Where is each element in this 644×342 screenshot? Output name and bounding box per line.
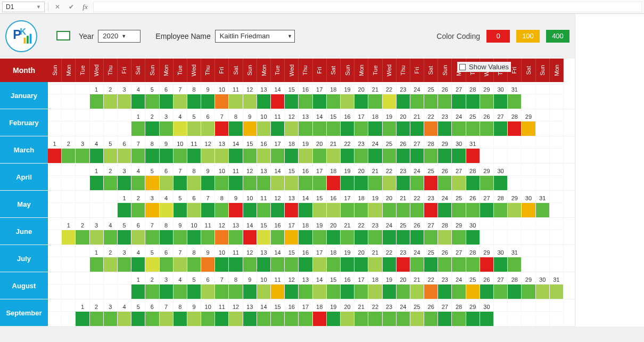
day-cell[interactable]: 19 xyxy=(368,191,382,217)
day-cell[interactable]: 10 xyxy=(257,272,271,299)
day-cell[interactable]: 31 xyxy=(536,191,550,217)
day-cell[interactable]: 24 xyxy=(410,245,424,272)
day-cell[interactable]: 14 xyxy=(271,245,285,272)
day-cell[interactable]: 12 xyxy=(215,218,229,245)
cancel-icon[interactable]: ✕ xyxy=(52,2,63,12)
day-cell[interactable]: 29 xyxy=(522,272,535,299)
day-cell[interactable]: 10 xyxy=(215,245,229,272)
day-cell[interactable]: 25 xyxy=(452,191,466,217)
day-cell[interactable]: 10 xyxy=(215,164,229,190)
day-cell[interactable]: 29 xyxy=(438,136,452,163)
day-cell[interactable]: 22 xyxy=(368,299,382,326)
day-cell[interactable]: 13 xyxy=(257,245,271,272)
day-cell[interactable]: 13 xyxy=(285,191,299,217)
day-cell[interactable]: 24 xyxy=(438,191,452,217)
day-cell[interactable] xyxy=(76,272,89,299)
day-cell[interactable] xyxy=(104,272,118,299)
day-cell[interactable]: 4 xyxy=(160,191,174,217)
day-cell[interactable]: 21 xyxy=(341,218,354,245)
day-cell[interactable]: 20 xyxy=(354,245,368,272)
day-cell[interactable]: 10 xyxy=(243,191,257,217)
day-cell[interactable] xyxy=(494,218,508,245)
day-cell[interactable]: 7 xyxy=(145,218,159,245)
day-cell[interactable]: 22 xyxy=(424,272,438,299)
day-cell[interactable] xyxy=(550,218,564,245)
day-cell[interactable] xyxy=(90,191,104,217)
day-cell[interactable] xyxy=(62,245,76,272)
day-cell[interactable]: 15 xyxy=(285,245,299,272)
day-cell[interactable] xyxy=(480,136,494,163)
day-cell[interactable] xyxy=(550,191,564,217)
day-cell[interactable]: 22 xyxy=(383,164,397,190)
day-cell[interactable] xyxy=(508,218,522,245)
day-cell[interactable]: 16 xyxy=(299,82,312,109)
day-cell[interactable]: 8 xyxy=(187,82,201,109)
day-cell[interactable] xyxy=(550,109,564,136)
day-cell[interactable]: 18 xyxy=(299,218,312,245)
day-cell[interactable]: 29 xyxy=(466,299,480,326)
day-cell[interactable]: 23 xyxy=(397,245,410,272)
day-cell[interactable]: 18 xyxy=(368,272,382,299)
day-cell[interactable]: 6 xyxy=(131,218,145,245)
day-cell[interactable]: 5 xyxy=(118,218,131,245)
day-cell[interactable]: 7 xyxy=(174,245,187,272)
day-cell[interactable]: 29 xyxy=(522,109,535,136)
day-cell[interactable]: 26 xyxy=(424,299,438,326)
day-cell[interactable]: 14 xyxy=(271,82,285,109)
day-cell[interactable]: 28 xyxy=(452,299,466,326)
day-cell[interactable]: 27 xyxy=(424,218,438,245)
day-cell[interactable] xyxy=(536,164,550,190)
day-cell[interactable]: 17 xyxy=(285,218,299,245)
day-cell[interactable] xyxy=(48,191,62,217)
day-cell[interactable]: 4 xyxy=(131,245,145,272)
day-cell[interactable] xyxy=(76,82,89,109)
fx-icon[interactable]: fx xyxy=(79,2,91,12)
day-cell[interactable]: 10 xyxy=(215,82,229,109)
day-cell[interactable]: 24 xyxy=(410,82,424,109)
day-cell[interactable]: 6 xyxy=(160,245,174,272)
day-cell[interactable]: 8 xyxy=(229,272,243,299)
day-cell[interactable]: 1 xyxy=(131,272,145,299)
day-cell[interactable]: 28 xyxy=(494,191,508,217)
day-cell[interactable]: 24 xyxy=(397,299,410,326)
day-cell[interactable]: 3 xyxy=(160,272,174,299)
day-cell[interactable]: 26 xyxy=(466,191,480,217)
day-cell[interactable]: 8 xyxy=(229,109,243,136)
day-cell[interactable] xyxy=(48,164,62,190)
day-cell[interactable]: 22 xyxy=(354,218,368,245)
day-cell[interactable]: 16 xyxy=(299,245,312,272)
day-cell[interactable]: 26 xyxy=(438,164,452,190)
day-cell[interactable]: 12 xyxy=(285,272,299,299)
day-cell[interactable]: 7 xyxy=(215,272,229,299)
day-cell[interactable]: 9 xyxy=(201,82,215,109)
day-cell[interactable] xyxy=(76,191,89,217)
day-cell[interactable]: 21 xyxy=(397,191,410,217)
day-cell[interactable]: 14 xyxy=(313,109,327,136)
day-cell[interactable]: 7 xyxy=(174,164,187,190)
day-cell[interactable]: 27 xyxy=(452,245,466,272)
day-cell[interactable]: 27 xyxy=(480,191,494,217)
day-cell[interactable]: 23 xyxy=(397,164,410,190)
day-cell[interactable]: 2 xyxy=(104,82,118,109)
employee-dropdown[interactable]: Kaitlin Friedman ▼ xyxy=(215,30,295,43)
day-cell[interactable] xyxy=(90,272,104,299)
day-cell[interactable]: 16 xyxy=(299,164,312,190)
day-cell[interactable] xyxy=(522,82,535,109)
day-cell[interactable]: 1 xyxy=(90,82,104,109)
day-cell[interactable] xyxy=(536,218,550,245)
day-cell[interactable]: 15 xyxy=(285,82,299,109)
day-cell[interactable]: 2 xyxy=(104,245,118,272)
day-cell[interactable]: 26 xyxy=(397,136,410,163)
day-cell[interactable]: 8 xyxy=(174,299,187,326)
day-cell[interactable] xyxy=(522,136,535,163)
day-cell[interactable]: 6 xyxy=(201,272,215,299)
day-cell[interactable]: 5 xyxy=(145,164,159,190)
day-cell[interactable]: 25 xyxy=(383,136,397,163)
name-box[interactable]: D1 ▼ xyxy=(2,2,45,12)
day-cell[interactable] xyxy=(48,109,62,136)
day-cell[interactable]: 29 xyxy=(480,245,494,272)
day-cell[interactable] xyxy=(536,245,550,272)
day-cell[interactable]: 4 xyxy=(131,82,145,109)
day-cell[interactable]: 18 xyxy=(327,82,341,109)
day-cell[interactable] xyxy=(522,299,535,326)
